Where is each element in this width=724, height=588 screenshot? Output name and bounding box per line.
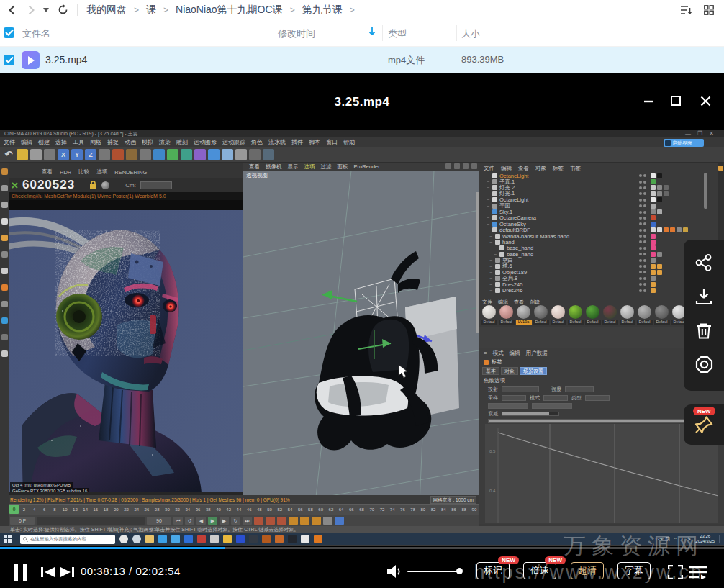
menu-item[interactable]: 捕捉 bbox=[107, 138, 119, 146]
menu-item[interactable]: 选择 bbox=[55, 138, 67, 146]
maximize-button[interactable] bbox=[670, 95, 682, 109]
timeline-playhead[interactable]: 0 bbox=[9, 505, 19, 514]
start-button[interactable] bbox=[4, 533, 12, 546]
close-button[interactable] bbox=[700, 95, 712, 110]
menu-item[interactable]: 角色 bbox=[251, 138, 263, 146]
toolbar-icon[interactable] bbox=[181, 149, 192, 160]
column-header-name[interactable]: 文件名 bbox=[22, 27, 50, 40]
menu-item[interactable]: 模拟 bbox=[142, 138, 153, 146]
next-button[interactable] bbox=[60, 566, 74, 581]
column-header-size[interactable]: 大小 bbox=[461, 27, 480, 40]
select-all-checkbox[interactable] bbox=[4, 27, 14, 38]
breadcrumb-item[interactable]: 第九节课 bbox=[302, 4, 343, 17]
menu-item[interactable]: RENDERING bbox=[114, 169, 147, 176]
attribute-tab[interactable]: 基本 bbox=[482, 367, 499, 375]
file-row[interactable]: 3.25.mp4 mp4文件 893.39MB bbox=[0, 47, 724, 73]
taskbar-app-icon[interactable] bbox=[223, 535, 232, 543]
taskbar-app-icon[interactable] bbox=[184, 535, 193, 543]
menu-item[interactable]: 运动图形 bbox=[194, 138, 217, 146]
menu-item[interactable]: 帮助 bbox=[343, 138, 355, 146]
menu-item[interactable]: 动画 bbox=[125, 138, 136, 146]
material-swatch[interactable]: Defaul bbox=[619, 305, 635, 325]
camera-dropdown[interactable] bbox=[140, 181, 172, 189]
menu-item[interactable]: 工具 bbox=[73, 138, 84, 146]
toolbar-icon[interactable] bbox=[208, 149, 220, 160]
taskbar-app-icon[interactable] bbox=[275, 535, 284, 543]
previous-button[interactable] bbox=[41, 566, 55, 581]
toolbar-icon[interactable] bbox=[99, 149, 110, 160]
toolbar-icon[interactable] bbox=[44, 149, 55, 160]
transport-button[interactable]: ◀ bbox=[196, 517, 206, 525]
menu-item[interactable]: 编辑 bbox=[501, 165, 512, 172]
material-swatch[interactable]: Defaul bbox=[636, 305, 653, 325]
menu-item[interactable]: 文件 bbox=[4, 138, 15, 146]
toolbar-icon[interactable] bbox=[167, 149, 178, 160]
video-frame[interactable]: CINEMA 4D R19.024 Studio (RC - R19) - [3… bbox=[0, 130, 724, 546]
toolbar-icon[interactable] bbox=[126, 149, 137, 160]
taskbar-app-icon[interactable] bbox=[301, 535, 309, 543]
taskbar-app-icon[interactable] bbox=[249, 535, 258, 543]
player-button-倍速[interactable]: 倍速NEW bbox=[523, 562, 556, 579]
volume-knob[interactable] bbox=[456, 568, 463, 574]
transport-button[interactable] bbox=[335, 517, 344, 525]
taskbar-app-icon[interactable] bbox=[171, 535, 180, 543]
menu-item[interactable]: HDR bbox=[60, 169, 71, 176]
toolbar-icon[interactable]: Y bbox=[71, 149, 83, 160]
timeline-ruler[interactable]: 0246810121416182022242628303234363840424… bbox=[9, 504, 479, 515]
taskbar-app-icon[interactable] bbox=[119, 535, 128, 543]
material-swatch[interactable]: Defaul bbox=[653, 305, 670, 325]
material-swatch[interactable]: Defaul bbox=[567, 305, 584, 325]
player-button-超清[interactable]: 超清 bbox=[571, 562, 604, 579]
menu-item[interactable]: 查看 bbox=[249, 163, 260, 171]
download-button[interactable] bbox=[694, 287, 713, 309]
transport-button[interactable]: ⏭ bbox=[243, 517, 252, 525]
history-dropdown-icon[interactable] bbox=[43, 8, 49, 12]
dock-icon[interactable] bbox=[1, 185, 8, 191]
player-button-标记[interactable]: 标记NEW bbox=[476, 562, 510, 579]
material-swatch[interactable]: Defaul bbox=[550, 305, 566, 325]
transport-button[interactable] bbox=[323, 517, 332, 525]
menu-item[interactable]: 脚本 bbox=[309, 138, 320, 146]
forward-icon[interactable] bbox=[26, 5, 36, 15]
transport-button[interactable]: 0 F bbox=[10, 517, 35, 525]
menu-item[interactable]: 插件 bbox=[291, 138, 303, 146]
transport-button[interactable] bbox=[254, 517, 263, 525]
dock-icon[interactable] bbox=[1, 334, 8, 340]
attribute-tab[interactable]: 场景设置 bbox=[520, 367, 547, 375]
transport-button[interactable]: ▶ bbox=[208, 517, 217, 525]
object-row[interactable]: −OctaneLight bbox=[479, 197, 724, 203]
sort-descending-icon[interactable] bbox=[368, 27, 376, 40]
toolbar-icon[interactable] bbox=[153, 149, 165, 160]
scrollbar[interactable] bbox=[704, 173, 707, 209]
grid-view-icon[interactable] bbox=[704, 5, 714, 15]
menu-item[interactable]: 编辑 bbox=[21, 138, 32, 146]
taskbar-app-icon[interactable] bbox=[158, 535, 167, 543]
transport-button[interactable] bbox=[277, 517, 286, 525]
pause-button[interactable] bbox=[13, 564, 29, 584]
object-row[interactable]: −子真.1 bbox=[479, 178, 724, 184]
menu-item[interactable]: 创建 bbox=[530, 299, 540, 306]
taskbar-app-icon[interactable] bbox=[262, 535, 271, 543]
toolbar-icon[interactable] bbox=[235, 149, 247, 160]
share-button[interactable] bbox=[694, 253, 713, 275]
menu-item[interactable]: 选项 bbox=[96, 168, 107, 176]
toolbar-icon[interactable] bbox=[222, 149, 233, 160]
dock-icon[interactable] bbox=[1, 284, 8, 291]
menu-item[interactable]: 面板 bbox=[338, 163, 348, 171]
transport-button[interactable] bbox=[266, 517, 275, 525]
playlist-button[interactable] bbox=[689, 566, 707, 582]
menu-item[interactable]: 流水线 bbox=[268, 138, 286, 146]
breadcrumb-item[interactable]: 课 bbox=[146, 4, 156, 17]
menu-item[interactable]: 窗口 bbox=[326, 138, 338, 146]
refresh-icon[interactable] bbox=[58, 4, 68, 15]
menu-item[interactable]: 创建 bbox=[38, 138, 50, 146]
dock-icon[interactable] bbox=[1, 218, 8, 225]
menu-item[interactable]: 选项 bbox=[304, 163, 315, 171]
record-button[interactable] bbox=[694, 355, 714, 377]
taskbar-search[interactable]: 在这里输入你要搜索的内容 bbox=[20, 535, 115, 544]
toolbar-icon[interactable] bbox=[17, 149, 28, 160]
menu-item[interactable]: 文件 bbox=[484, 165, 494, 172]
transport-button[interactable]: ▶ bbox=[220, 517, 229, 525]
material-swatch[interactable]: Defaul bbox=[498, 305, 515, 325]
dock-icon[interactable] bbox=[1, 202, 8, 208]
